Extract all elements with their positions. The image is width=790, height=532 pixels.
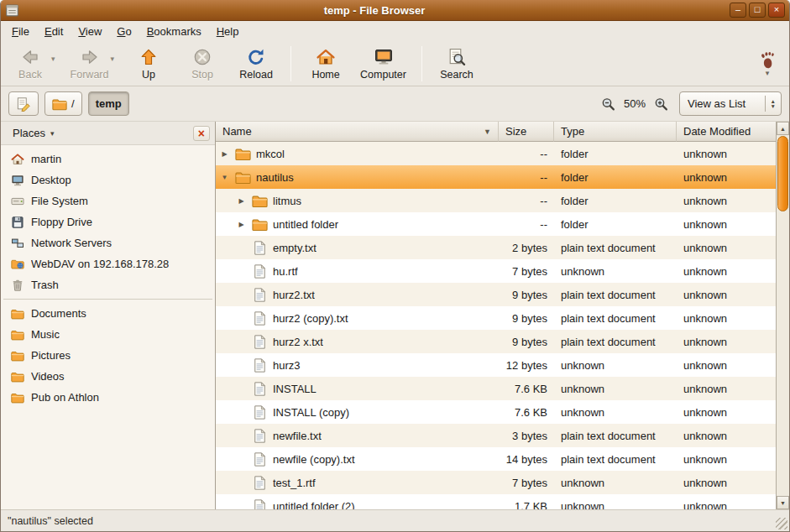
toolbar-button-home[interactable]: Home [303,45,348,82]
path-current-button[interactable]: temp [88,91,129,116]
expander-closed-icon[interactable]: ▶ [236,197,247,205]
toolbar-buttons: Back ▾ Forward ▾ Up Stop Reload Home [8,45,479,82]
folder-icon [11,349,24,362]
menu-bookmarks[interactable]: Bookmarks [139,23,209,40]
home-icon [316,47,336,67]
toolbar-button-reload[interactable]: Reload [233,45,279,82]
file-row-hurz2-txt[interactable]: hurz2.txt 9 bytes plain text document un… [216,283,776,306]
reload-icon [246,47,266,67]
file-row-install[interactable]: INSTALL 7.6 KB unknown unknown [216,377,776,400]
file-size: 7 bytes [499,265,554,278]
location-bar: / temp 50% View as List ▲ ▼ [1,86,789,122]
file-size: -- [499,218,554,231]
menu-go[interactable]: Go [109,23,139,40]
computer-icon [374,47,394,67]
expander-closed-icon[interactable]: ▶ [236,221,247,228]
column-header-size[interactable]: Size [499,122,554,142]
scroll-up-button[interactable]: ▲ [777,122,789,135]
chevron-down-icon: ▾ [50,129,55,138]
file-name: hu.rtf [273,265,298,278]
titlebar[interactable]: temp - File Browser – □ × [1,0,789,21]
file-row-untitled-folder-2[interactable]: untitled folder (2) 1.7 KB unknown unkno… [216,494,776,509]
sidebar-item-music[interactable]: Music [1,324,215,345]
toolbar-button-search[interactable]: Search [434,45,479,82]
toolbar-separator [421,46,422,81]
menu-help[interactable]: Help [209,23,247,40]
file-row-untitled-folder[interactable]: ▶ untitled folder -- folder unknown [216,212,776,236]
folder-icon [235,170,251,185]
file-name: hurz2.txt [273,289,315,301]
file-name: newfile (copy).txt [273,453,355,466]
file-row-litmus[interactable]: ▶ litmus -- folder unknown [216,189,776,212]
toolbar-button-computer[interactable]: Computer [357,45,410,82]
file-row-hurz2-x-txt[interactable]: hurz2 x.txt 9 bytes plain text document … [216,330,776,353]
close-sidebar-button[interactable]: × [193,126,210,141]
sidebar-item-file-system[interactable]: File System [1,190,215,211]
menu-file[interactable]: File [4,23,37,40]
statusbar: "nautilus" selected [1,509,789,531]
expander-open-icon[interactable]: ▼ [219,174,230,181]
sidebar-item-trash[interactable]: Trash [1,274,215,295]
column-header-modified[interactable]: Date Modified [677,122,776,142]
file-size: 1.7 KB [499,500,554,510]
path-root-button[interactable]: / [44,91,82,116]
sidebar-item-floppy-drive[interactable]: Floppy Drive [1,211,215,232]
file-row-hurz2-copy-txt[interactable]: hurz2 (copy).txt 9 bytes plain text docu… [216,306,776,330]
file-name: empty.txt [273,242,317,254]
file-row-hurz3[interactable]: hurz3 12 bytes unknown unknown [216,353,776,377]
minimize-button[interactable]: – [730,3,746,18]
file-row-hu-rtf[interactable]: hu.rtf 7 bytes unknown unknown [216,259,776,283]
sidebar-item-network-servers[interactable]: Network Servers [1,232,215,253]
toolbar-button-up[interactable]: Up [126,45,171,82]
places-dropdown[interactable]: Places ▾ [6,125,61,141]
file-type: plain text document [554,289,677,301]
file-row-test-1-rtf[interactable]: test_1.rtf 7 bytes unknown unknown [216,471,776,494]
scrollbar-thumb[interactable] [777,136,788,211]
file-type: folder [554,195,677,207]
scroll-down-button[interactable]: ▼ [777,496,789,509]
text-file-icon [252,382,268,396]
file-size: 7 bytes [499,477,554,489]
expander-closed-icon[interactable]: ▶ [219,150,230,158]
toggle-location-entry-button[interactable] [8,91,39,116]
scrollbar-track[interactable] [777,135,789,496]
file-row-mkcol[interactable]: ▶ mkcol -- folder unknown [216,142,776,165]
sidebar-item-desktop[interactable]: Desktop [1,170,215,190]
toolbar-button-forward[interactable]: Forward ▾ [67,45,118,82]
resize-grip[interactable] [776,518,787,529]
sidebar-item-pub-on-athlon[interactable]: Pub on Athlon [1,387,215,408]
sidebar-item-videos[interactable]: Videos [1,366,215,387]
text-file-icon [252,288,268,302]
close-button[interactable]: × [768,3,785,18]
sort-descending-icon: ▼ [484,128,491,136]
zoom-in-button[interactable] [654,96,668,111]
sidebar-item-documents[interactable]: Documents [1,303,215,324]
text-file-icon [252,476,268,490]
file-date-modified: unknown [677,218,776,231]
file-row-install-copy[interactable]: INSTALL (copy) 7.6 KB unknown unknown [216,400,776,424]
sidebar-item-webdav-on-192-168-178-28[interactable]: WebDAV on 192.168.178.28 [1,253,215,274]
zoom-out-button[interactable] [601,96,615,111]
file-date-modified: unknown [677,171,776,184]
menu-view[interactable]: View [71,23,109,40]
menu-edit[interactable]: Edit [37,23,71,40]
file-row-empty-txt[interactable]: empty.txt 2 bytes plain text document un… [216,236,776,259]
file-row-nautilus[interactable]: ▼ nautilus -- folder unknown [216,165,776,189]
file-date-modified: unknown [677,383,776,395]
gnome-menu-button[interactable]: ▾ [757,50,777,76]
file-row-newfile-copy-txt[interactable]: newfile (copy).txt 14 bytes plain text d… [216,447,776,471]
file-size: 3 bytes [499,430,554,442]
folder-icon [11,328,24,342]
toolbar-button-stop[interactable]: Stop [180,45,225,82]
maximize-button[interactable]: □ [749,3,766,18]
column-header-name[interactable]: Name ▼ [216,122,499,142]
column-headers: Name ▼ Size Type Date Modified [216,122,776,142]
file-size: 9 bytes [499,289,554,301]
column-header-type[interactable]: Type [554,122,677,142]
sidebar-item-pictures[interactable]: Pictures [1,345,215,366]
file-type: plain text document [554,430,677,442]
sidebar-item-martin[interactable]: martin [1,149,215,170]
file-row-newfile-txt[interactable]: newfile.txt 3 bytes plain text document … [216,424,776,447]
toolbar-button-back[interactable]: Back ▾ [8,45,59,82]
view-mode-dropdown[interactable]: View as List ▲ ▼ [679,91,782,116]
